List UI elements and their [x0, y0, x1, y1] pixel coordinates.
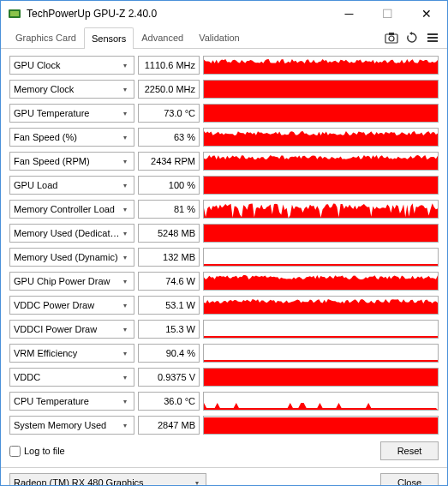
sensor-row-cpu-temperature: CPU Temperature▾36.0 °C — [9, 390, 439, 412]
sensor-value[interactable]: 132 MB — [138, 248, 200, 267]
sensor-label-dropdown[interactable]: Fan Speed (RPM)▾ — [9, 152, 134, 171]
sensor-label-dropdown[interactable]: VDDCI Power Draw▾ — [9, 320, 134, 339]
chevron-down-icon: ▾ — [195, 479, 202, 487]
sensor-row-gpu-clock: GPU Clock▾1110.6 MHz — [9, 54, 439, 76]
chevron-down-icon: ▾ — [123, 278, 130, 285]
sensor-row-vddc-power-draw: VDDC Power Draw▾53.1 W — [9, 294, 439, 316]
log-to-file-checkbox[interactable]: Log to file — [9, 446, 65, 457]
chevron-down-icon: ▾ — [123, 302, 130, 309]
refresh-icon[interactable] — [404, 30, 420, 45]
sensor-label: GPU Load — [14, 180, 123, 190]
sensor-label-dropdown[interactable]: System Memory Used▾ — [9, 416, 134, 435]
chevron-down-icon: ▾ — [123, 374, 130, 381]
chevron-down-icon: ▾ — [123, 206, 130, 213]
svg-point-3 — [389, 36, 394, 41]
sensor-label: VDDC Power Draw — [14, 300, 123, 310]
sensor-label: CPU Temperature — [14, 396, 123, 406]
tab-advanced[interactable]: Advanced — [134, 27, 191, 48]
sensor-label: VDDC — [14, 372, 123, 382]
sensor-label-dropdown[interactable]: CPU Temperature▾ — [9, 392, 134, 411]
chevron-down-icon: ▾ — [123, 350, 130, 357]
sensor-value[interactable]: 100 % — [138, 176, 200, 195]
maximize-button[interactable]: ☐ — [368, 2, 407, 26]
sensor-value[interactable]: 53.1 W — [138, 296, 200, 315]
sensor-row-vrm-efficiency: VRM Efficiency▾90.4 % — [9, 342, 439, 364]
sensor-label-dropdown[interactable]: Memory Controller Load▾ — [9, 200, 134, 219]
sensor-graph[interactable] — [203, 248, 439, 267]
svg-rect-6 — [427, 37, 438, 39]
sensor-label-dropdown[interactable]: VDDC Power Draw▾ — [9, 296, 134, 315]
sensor-label-dropdown[interactable]: Memory Clock▾ — [9, 80, 134, 99]
sensor-label: Memory Used (Dedicated) — [14, 228, 123, 238]
sensor-label-dropdown[interactable]: Fan Speed (%)▾ — [9, 128, 134, 147]
sensor-graph[interactable] — [203, 200, 439, 219]
screenshot-icon[interactable] — [384, 30, 399, 45]
sensor-graph[interactable] — [203, 104, 439, 123]
sensor-graph[interactable] — [203, 344, 439, 363]
sensor-graph[interactable] — [203, 320, 439, 339]
svg-rect-1 — [10, 11, 19, 16]
menu-icon[interactable] — [425, 30, 440, 45]
chevron-down-icon: ▾ — [123, 398, 130, 405]
sensor-graph[interactable] — [203, 176, 439, 195]
sensor-value[interactable]: 2250.0 MHz — [138, 80, 200, 99]
sensor-value[interactable]: 1110.6 MHz — [138, 56, 200, 75]
sensor-value[interactable]: 81 % — [138, 200, 200, 219]
chevron-down-icon: ▾ — [123, 86, 130, 93]
sensor-value[interactable]: 15.3 W — [138, 320, 200, 339]
sensor-value[interactable]: 90.4 % — [138, 344, 200, 363]
sensor-row-memory-used-dynamic-: Memory Used (Dynamic)▾132 MB — [9, 246, 439, 268]
sensor-value[interactable]: 2847 MB — [138, 416, 200, 435]
sensor-graph[interactable] — [203, 152, 439, 171]
sensor-graph[interactable] — [203, 416, 439, 435]
chevron-down-icon: ▾ — [123, 254, 130, 261]
sensor-row-memory-clock: Memory Clock▾2250.0 MHz — [9, 78, 439, 100]
tab-sensors[interactable]: Sensors — [84, 27, 134, 49]
gpu-select[interactable]: Radeon (TM) RX 480 Graphics ▾ — [9, 473, 206, 486]
sensor-row-fan-speed-: Fan Speed (%)▾63 % — [9, 126, 439, 148]
sensor-label-dropdown[interactable]: VRM Efficiency▾ — [9, 344, 134, 363]
sensor-graph[interactable] — [203, 368, 439, 387]
sensor-label: GPU Chip Power Draw — [14, 276, 123, 286]
svg-rect-4 — [389, 33, 394, 35]
chevron-down-icon: ▾ — [123, 110, 130, 117]
chevron-down-icon: ▾ — [123, 230, 130, 237]
sensor-label-dropdown[interactable]: Memory Used (Dynamic)▾ — [9, 248, 134, 267]
sensor-value[interactable]: 63 % — [138, 128, 200, 147]
sensor-label-dropdown[interactable]: GPU Clock▾ — [9, 56, 134, 75]
sensor-graph[interactable] — [203, 128, 439, 147]
sensor-label-dropdown[interactable]: GPU Temperature▾ — [9, 104, 134, 123]
sensor-label-dropdown[interactable]: GPU Load▾ — [9, 176, 134, 195]
sensor-graph[interactable] — [203, 56, 439, 75]
tab-validation[interactable]: Validation — [191, 27, 248, 48]
sensor-label-dropdown[interactable]: Memory Used (Dedicated)▾ — [9, 224, 134, 243]
chevron-down-icon: ▾ — [123, 326, 130, 333]
reset-button[interactable]: Reset — [380, 441, 439, 460]
sensor-graph[interactable] — [203, 296, 439, 315]
sensor-graph[interactable] — [203, 80, 439, 99]
minimize-button[interactable]: ─ — [330, 2, 368, 26]
close-button[interactable]: Close — [380, 473, 439, 486]
sensor-graph[interactable] — [203, 272, 439, 291]
sensor-value[interactable]: 36.0 °C — [138, 392, 200, 411]
tab-graphics-card[interactable]: Graphics Card — [8, 27, 84, 48]
sensor-graph[interactable] — [203, 224, 439, 243]
chevron-down-icon: ▾ — [123, 134, 130, 141]
sensor-value[interactable]: 5248 MB — [138, 224, 200, 243]
sensor-row-system-memory-used: System Memory Used▾2847 MB — [9, 414, 439, 436]
sensor-label: Memory Controller Load — [14, 204, 123, 214]
sensor-value[interactable]: 74.6 W — [138, 272, 200, 291]
sensor-row-memory-used-dedicated-: Memory Used (Dedicated)▾5248 MB — [9, 222, 439, 244]
close-window-button[interactable]: ✕ — [407, 2, 445, 26]
sensor-row-vddci-power-draw: VDDCI Power Draw▾15.3 W — [9, 318, 439, 340]
sensor-label: Fan Speed (%) — [14, 132, 123, 142]
sensor-graph[interactable] — [203, 392, 439, 411]
chevron-down-icon: ▾ — [123, 158, 130, 165]
sensor-value[interactable]: 0.9375 V — [138, 368, 200, 387]
sensor-label-dropdown[interactable]: GPU Chip Power Draw▾ — [9, 272, 134, 291]
sensor-value[interactable]: 73.0 °C — [138, 104, 200, 123]
sensor-label: GPU Temperature — [14, 108, 123, 118]
sensor-label-dropdown[interactable]: VDDC▾ — [9, 368, 134, 387]
sensor-label: Memory Clock — [14, 84, 123, 94]
sensor-value[interactable]: 2434 RPM — [138, 152, 200, 171]
